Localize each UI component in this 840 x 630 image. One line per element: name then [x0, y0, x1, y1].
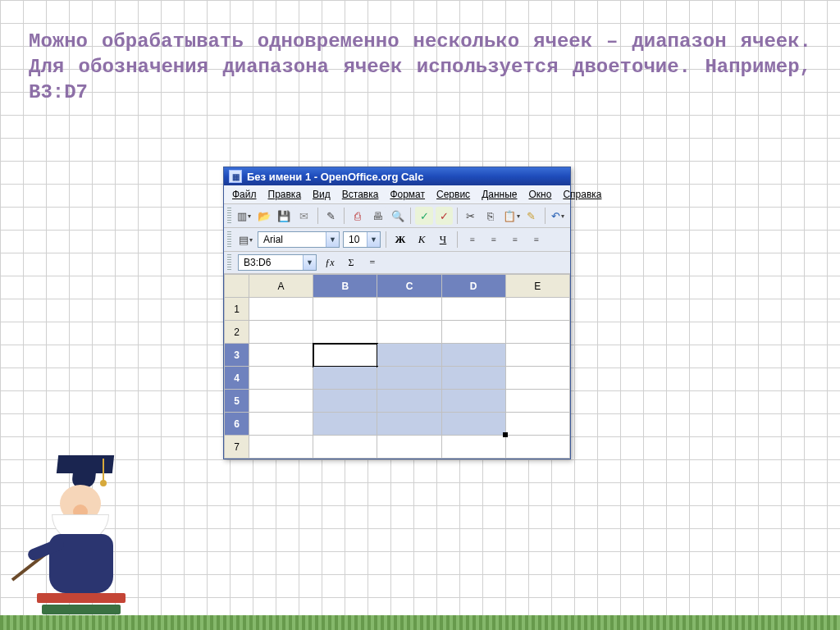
cell[interactable] [249, 344, 313, 367]
cell[interactable] [505, 367, 569, 390]
print-button[interactable]: 🖶 [369, 207, 386, 225]
cell[interactable] [505, 321, 569, 344]
cell[interactable] [505, 436, 569, 459]
chevron-down-icon[interactable]: ▼ [367, 232, 380, 247]
align-left-button[interactable]: ≡ [463, 231, 481, 249]
col-head-b[interactable]: B [313, 275, 377, 298]
cell[interactable] [249, 436, 313, 459]
cell[interactable] [441, 298, 505, 321]
cell[interactable] [313, 413, 377, 436]
scholar-cartoon [12, 455, 148, 615]
active-cell-b3[interactable] [313, 344, 377, 367]
edit-file-button[interactable]: ✎ [322, 207, 340, 225]
menu-edit[interactable]: Правка [263, 187, 307, 202]
bold-button[interactable]: Ж [391, 231, 409, 249]
menu-help[interactable]: Справка [558, 187, 606, 202]
align-center-button[interactable]: ≡ [484, 231, 502, 249]
separator [317, 208, 318, 224]
row-head-4[interactable]: 4 [225, 367, 249, 390]
book [42, 605, 121, 614]
cell-d6[interactable] [441, 413, 505, 436]
name-box[interactable]: B3:D6 ▼ [238, 254, 317, 271]
font-name-combo[interactable]: Arial ▼ [258, 231, 340, 248]
menu-file[interactable]: Файл [227, 187, 262, 202]
export-pdf-button[interactable]: ⎙ [349, 207, 366, 225]
cell[interactable] [377, 344, 441, 367]
col-head-e[interactable]: E [505, 275, 569, 298]
row-head-5[interactable]: 5 [225, 390, 249, 413]
menu-data[interactable]: Данные [477, 187, 522, 202]
cell[interactable] [249, 321, 313, 344]
cell[interactable] [249, 367, 313, 390]
row-head-7[interactable]: 7 [225, 436, 249, 459]
cell[interactable] [441, 436, 505, 459]
new-doc-button[interactable]: ▥ [235, 207, 253, 225]
underline-button[interactable]: Ч [434, 231, 452, 249]
fx-button[interactable]: ƒx [322, 254, 338, 271]
cell[interactable] [313, 367, 377, 390]
menu-window[interactable]: Окно [523, 187, 556, 202]
row-head-6[interactable]: 6 [225, 413, 249, 436]
format-paint-button[interactable]: ✎ [523, 207, 540, 225]
font-size-combo[interactable]: 10 ▼ [343, 231, 381, 248]
row-head-1[interactable]: 1 [225, 298, 249, 321]
select-all-corner[interactable] [225, 275, 249, 298]
menu-tools[interactable]: Сервис [431, 187, 475, 202]
col-head-c[interactable]: C [377, 275, 441, 298]
cell[interactable] [377, 413, 441, 436]
cell[interactable] [377, 436, 441, 459]
chevron-down-icon[interactable]: ▼ [303, 255, 316, 270]
paste-button[interactable]: 📋 [502, 207, 520, 225]
menu-view[interactable]: Вид [308, 187, 336, 202]
row-head-3[interactable]: 3 [225, 344, 249, 367]
open-button[interactable]: 📂 [255, 207, 272, 225]
cell[interactable] [441, 390, 505, 413]
cell[interactable] [377, 367, 441, 390]
cell[interactable] [441, 321, 505, 344]
cell[interactable] [505, 298, 569, 321]
cell[interactable] [505, 344, 569, 367]
spreadsheet-grid[interactable]: A B C D E 1 2 3 4 [224, 274, 570, 459]
cell[interactable] [505, 390, 569, 413]
col-head-d[interactable]: D [441, 275, 505, 298]
spellcheck-button[interactable]: ✓ [415, 207, 432, 225]
preview-button[interactable]: 🔍 [389, 207, 406, 225]
copy-button[interactable]: ⎘ [482, 207, 500, 225]
cell[interactable] [249, 298, 313, 321]
toolbar-handle[interactable] [227, 231, 231, 248]
cell[interactable] [313, 298, 377, 321]
save-button[interactable]: 💾 [276, 207, 293, 225]
autospell-button[interactable]: ✓ [436, 207, 453, 225]
menu-format[interactable]: Формат [385, 187, 430, 202]
cell[interactable] [313, 436, 377, 459]
sum-button[interactable]: Σ [343, 254, 359, 271]
align-right-button[interactable]: ≡ [505, 231, 523, 249]
cell[interactable] [377, 321, 441, 344]
graduation-cap-icon [57, 455, 114, 473]
equals-button[interactable]: = [364, 254, 381, 271]
cut-button[interactable]: ✂ [462, 207, 479, 225]
chevron-down-icon[interactable]: ▼ [326, 232, 339, 247]
cell[interactable] [505, 413, 569, 436]
menu-bar: Файл Правка Вид Вставка Формат Сервис Да… [224, 185, 570, 204]
toolbar-handle[interactable] [227, 208, 231, 224]
toolbar-handle[interactable] [227, 254, 231, 271]
cell[interactable] [441, 344, 505, 367]
cell[interactable] [441, 367, 505, 390]
menu-insert[interactable]: Вставка [337, 187, 384, 202]
undo-button[interactable]: ↶ [550, 207, 567, 225]
cell[interactable] [313, 321, 377, 344]
cell[interactable] [249, 390, 313, 413]
styles-button[interactable]: ▤ [236, 231, 254, 249]
cell[interactable] [313, 390, 377, 413]
email-button[interactable]: ✉ [295, 207, 313, 225]
separator [410, 208, 411, 224]
standard-toolbar: ▥ 📂 💾 ✉ ✎ ⎙ 🖶 🔍 ✓ ✓ ✂ ⎘ 📋 ✎ ↶ [224, 204, 570, 228]
col-head-a[interactable]: A [249, 275, 313, 298]
italic-button[interactable]: К [413, 231, 431, 249]
row-head-2[interactable]: 2 [225, 321, 249, 344]
cell[interactable] [377, 298, 441, 321]
cell[interactable] [377, 390, 441, 413]
align-justify-button[interactable]: ≡ [527, 231, 545, 249]
cell[interactable] [249, 413, 313, 436]
